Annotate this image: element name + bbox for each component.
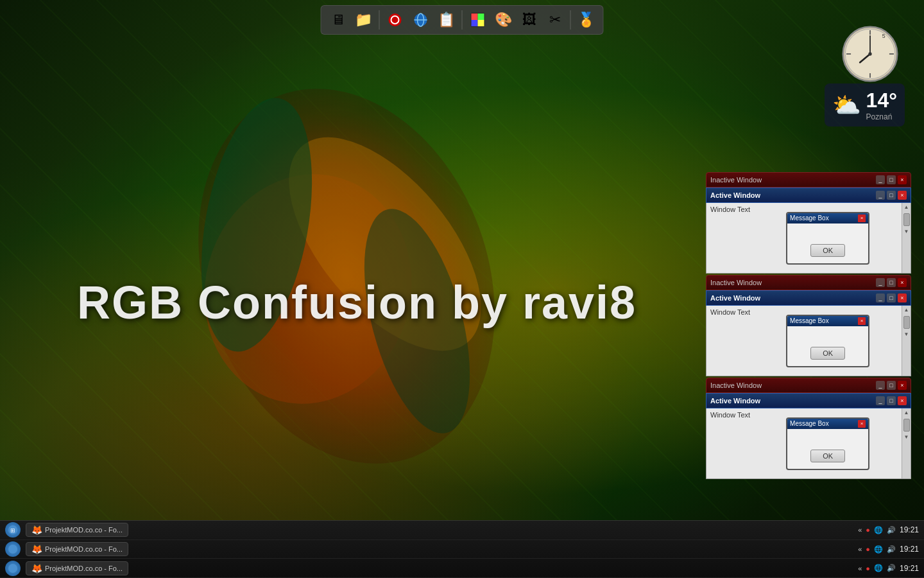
taskbar-row-2: 🦊 ProjektMOD.co.co - Fo... « ● 🌐 🔊 19:21: [0, 540, 924, 559]
taskbar-item-1[interactable]: 🦊 ProjektMOD.co.co - Fo...: [26, 523, 128, 537]
minimize-btn-active-2[interactable]: _: [876, 293, 885, 302]
scroll-thumb-1[interactable]: [903, 213, 910, 226]
taskbar-item-3[interactable]: 🦊 ProjektMOD.co.co - Fo...: [26, 561, 128, 575]
win-controls-active-1: _ □ ×: [876, 191, 907, 200]
inactive-window-3[interactable]: Inactive Window _ □ ×: [706, 378, 911, 393]
active-window-title-1: Active Window: [710, 191, 760, 199]
scroll-thumb-3[interactable]: [903, 419, 910, 432]
maximize-btn-inactive-1[interactable]: □: [887, 175, 896, 184]
maximize-btn-active-2[interactable]: □: [887, 293, 896, 302]
minimize-btn-active-1[interactable]: _: [876, 191, 885, 200]
folder-icon[interactable]: 📁: [352, 8, 375, 31]
taskbar-row-3: 🦊 ProjektMOD.co.co - Fo... « ● 🌐 🔊 19:21: [0, 559, 924, 578]
window-main-area-1: Message Box × OK: [754, 203, 902, 273]
tray-icon-volume-2[interactable]: 🔊: [887, 545, 896, 554]
tray-icon-globe-2[interactable]: 🌐: [874, 545, 883, 554]
maximize-btn-inactive-3[interactable]: □: [887, 381, 896, 390]
tray-collapse-3[interactable]: «: [858, 565, 862, 572]
separator-3: [570, 10, 571, 30]
tray-icon-red-2[interactable]: ●: [866, 545, 870, 553]
close-btn-active-3[interactable]: ×: [898, 396, 907, 405]
minimize-btn-inactive-2[interactable]: _: [876, 278, 885, 287]
scrollbar-1[interactable]: ▲ ▼: [902, 203, 911, 273]
taskbar-item-icon-3: 🦊: [31, 563, 42, 574]
close-btn-active-2[interactable]: ×: [898, 293, 907, 302]
opera-icon[interactable]: [384, 8, 407, 31]
close-btn-inactive-3[interactable]: ×: [898, 381, 907, 390]
active-window-title-3: Active Window: [710, 397, 760, 405]
close-btn-active-1[interactable]: ×: [898, 191, 907, 200]
close-btn-inactive-1[interactable]: ×: [898, 175, 907, 184]
tray-icon-globe-3[interactable]: 🌐: [874, 564, 883, 572]
tray-collapse-1[interactable]: «: [858, 526, 862, 534]
message-box-title-bar-3: Message Box ×: [787, 419, 868, 429]
ok-button-1[interactable]: OK: [810, 244, 845, 257]
taskbar-clock-3: 19:21: [900, 564, 919, 573]
svg-point-28: [8, 564, 17, 573]
svg-rect-11: [472, 13, 478, 20]
inactive-window-2[interactable]: Inactive Window _ □ ×: [706, 275, 911, 290]
win-controls-active-3: _ □ ×: [876, 396, 907, 405]
taskbar-item-label-2: ProjektMOD.co.co - Fo...: [45, 545, 123, 553]
tray-icon-volume-1[interactable]: 🔊: [887, 526, 896, 534]
weather-temperature: 14°: [866, 89, 897, 112]
message-box-1: Message Box × OK: [786, 212, 869, 265]
scrollbar-3[interactable]: ▲ ▼: [902, 408, 911, 478]
top-icon-bar: 🖥 📁 📋 🎨 🖼 ✂ 🏅: [321, 5, 604, 35]
ok-button-2[interactable]: OK: [810, 347, 845, 360]
start-button-2[interactable]: [5, 541, 21, 557]
tray-icon-red-3[interactable]: ●: [866, 565, 870, 572]
remove-icon[interactable]: ✂: [543, 8, 567, 31]
start-button-1[interactable]: ⊞: [5, 522, 21, 538]
badge-icon[interactable]: 🏅: [575, 8, 598, 31]
taskbar-clock-1: 19:21: [900, 525, 919, 534]
minimize-btn-inactive-3[interactable]: _: [876, 381, 885, 390]
active-window-1[interactable]: Active Window _ □ ×: [706, 188, 911, 203]
active-window-2[interactable]: Active Window _ □ ×: [706, 290, 911, 306]
app-icon-1[interactable]: 📋: [435, 8, 458, 31]
active-window-3[interactable]: Active Window _ □ ×: [706, 393, 911, 408]
tray-collapse-2[interactable]: «: [858, 545, 862, 553]
message-box-close-2[interactable]: ×: [858, 317, 866, 325]
svg-text:5: 5: [882, 33, 886, 39]
palette-icon[interactable]: 🎨: [492, 8, 515, 31]
maximize-btn-inactive-2[interactable]: □: [887, 278, 896, 287]
close-btn-inactive-2[interactable]: ×: [898, 278, 907, 287]
message-box-close-1[interactable]: ×: [858, 215, 866, 222]
minimize-btn-active-3[interactable]: _: [876, 396, 885, 405]
window-group-2: Inactive Window _ □ × Active Window _ □ …: [706, 275, 911, 376]
svg-point-27: [8, 545, 17, 554]
taskbar-item-label-1: ProjektMOD.co.co - Fo...: [45, 526, 123, 534]
scroll-up-arrow-1[interactable]: ▲: [904, 204, 909, 211]
taskbar-right-1: « ● 🌐 🔊 19:21: [858, 525, 919, 534]
inactive-window-1[interactable]: Inactive Window _ □ ×: [706, 172, 911, 188]
message-box-title-bar-2: Message Box ×: [787, 316, 868, 326]
win-controls-inactive-3: _ □ ×: [876, 381, 907, 390]
scroll-down-arrow-3[interactable]: ▼: [904, 434, 909, 441]
computer-icon[interactable]: 🖥: [327, 8, 350, 31]
scroll-up-arrow-3[interactable]: ▲: [904, 410, 909, 416]
taskbar-item-2[interactable]: 🦊 ProjektMOD.co.co - Fo...: [26, 542, 128, 556]
tray-icon-globe-1[interactable]: 🌐: [874, 526, 883, 534]
tray-icon-volume-3[interactable]: 🔊: [887, 564, 896, 572]
svg-rect-12: [478, 13, 484, 20]
message-box-title-2: Message Box: [790, 317, 829, 324]
scroll-down-arrow-2[interactable]: ▼: [904, 331, 909, 338]
scrollbar-2[interactable]: ▲ ▼: [902, 306, 911, 376]
tray-icon-red-1[interactable]: ●: [866, 526, 870, 534]
minimize-btn-inactive-1[interactable]: _: [876, 175, 885, 184]
paint-icon[interactable]: 🖼: [518, 8, 541, 31]
scroll-thumb-2[interactable]: [903, 316, 910, 329]
scroll-up-arrow-2[interactable]: ▲: [904, 307, 909, 313]
scroll-down-arrow-1[interactable]: ▼: [904, 229, 909, 235]
maximize-btn-active-3[interactable]: □: [887, 396, 896, 405]
ok-button-3[interactable]: OK: [810, 450, 845, 462]
taskbar-item-label-3: ProjektMOD.co.co - Fo...: [45, 565, 123, 572]
active-window-title-2: Active Window: [710, 294, 760, 302]
ie-icon[interactable]: [409, 8, 432, 31]
maximize-btn-active-1[interactable]: □: [887, 191, 896, 200]
image-icon[interactable]: [466, 8, 490, 31]
message-box-close-3[interactable]: ×: [858, 420, 866, 428]
weather-widget: ⛅ 14° Poznań: [825, 83, 905, 127]
start-button-3[interactable]: [5, 561, 21, 576]
